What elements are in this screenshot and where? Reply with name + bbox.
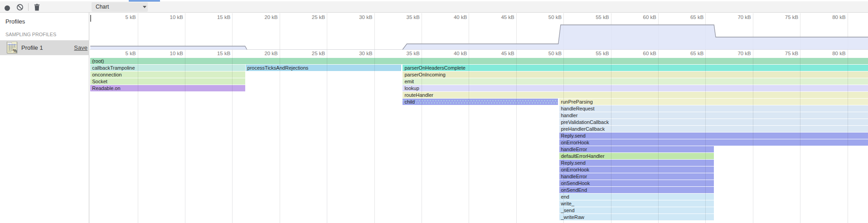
flame-bar-label: _writeRaw bbox=[561, 214, 584, 220]
flame-tick-label: 75 kB bbox=[766, 51, 798, 56]
overview-tick-label: 80 kB bbox=[814, 14, 846, 20]
flame-bar-label: callbackTrampoline bbox=[92, 65, 135, 71]
flame-bar[interactable]: Reply.send bbox=[559, 160, 714, 166]
flame-bar-label: Readable.on bbox=[92, 85, 120, 91]
flame-tick-label: 20 kB bbox=[246, 51, 278, 56]
flame-bar-label: onSendHook bbox=[561, 180, 590, 186]
view-mode-label: Chart bbox=[96, 4, 109, 10]
flame-bar[interactable]: preHandlerCallback bbox=[559, 126, 868, 132]
profile-icon: % bbox=[7, 42, 18, 56]
flame-bar-label: parserOnIncoming bbox=[404, 71, 446, 78]
flame-bar-label: preHandlerCallback bbox=[561, 126, 605, 132]
flame-bar-label: lookup bbox=[404, 85, 419, 91]
flame-tick-label: 40 kB bbox=[435, 51, 467, 56]
flame-gridline bbox=[705, 50, 706, 223]
flame-gridline bbox=[232, 50, 233, 223]
overview-tick-label: 25 kB bbox=[293, 14, 325, 20]
flame-bar[interactable]: Socket bbox=[90, 78, 245, 85]
flame-bar[interactable]: onErrorHook bbox=[559, 166, 714, 173]
flame-bar[interactable]: handleError bbox=[559, 146, 714, 152]
flame-bar-label: emit bbox=[404, 78, 414, 85]
flame-bar-label: parserOnHeadersComplete bbox=[404, 65, 466, 71]
flame-bar-label: handleRequest bbox=[561, 105, 595, 112]
overview-tick-label: 35 kB bbox=[388, 14, 420, 20]
flame-bar-label: runPreParsing bbox=[561, 99, 593, 105]
overview-tick-label: 30 kB bbox=[341, 14, 373, 20]
sidebar-title: Profiles bbox=[5, 18, 25, 25]
flame-bar[interactable]: handleRequest bbox=[559, 105, 868, 112]
flame-bar[interactable]: onSendEnd bbox=[559, 187, 714, 193]
clear-all-icon[interactable] bbox=[17, 4, 23, 12]
save-link[interactable]: Save bbox=[74, 44, 87, 51]
flame-bar[interactable]: Reply.send bbox=[559, 133, 868, 139]
overview-tick-label: 70 kB bbox=[719, 14, 751, 20]
flame-bar[interactable]: end bbox=[559, 194, 714, 200]
svg-text:%: % bbox=[13, 48, 17, 53]
flame-bar-label: Reply.send bbox=[561, 133, 586, 139]
flame-bar[interactable]: parserOnIncoming bbox=[402, 71, 868, 78]
flame-gridline bbox=[280, 50, 280, 223]
flame-bar[interactable]: onSendHook bbox=[559, 180, 714, 186]
flame-bar[interactable]: onconnection bbox=[90, 71, 245, 78]
flame-tick-label: 15 kB bbox=[199, 51, 230, 56]
overview-tick-label: 5 kB bbox=[104, 14, 136, 20]
flame-tick-label: 60 kB bbox=[625, 51, 656, 56]
flame-bar-label: routeHandler bbox=[404, 92, 433, 98]
flame-bar-label: preValidationCallback bbox=[561, 119, 609, 125]
flame-tick-label: 55 kB bbox=[577, 51, 609, 56]
flame-bar[interactable]: callbackTrampoline bbox=[90, 65, 245, 71]
flame-bar[interactable]: parserOnHeadersComplete bbox=[402, 65, 868, 71]
delete-profile-icon[interactable] bbox=[34, 4, 40, 13]
flame-gridline bbox=[753, 50, 753, 223]
overview-tick-label: 40 kB bbox=[435, 14, 467, 20]
flame-bar[interactable]: _writeRaw bbox=[559, 214, 714, 220]
flame-gridline bbox=[611, 50, 611, 223]
devtools-memory-panel: Chart Profiles SAMPLING PROFILES bbox=[0, 0, 868, 223]
flame-bar[interactable]: (root) bbox=[90, 58, 868, 64]
overview-tick-label: 45 kB bbox=[483, 14, 514, 20]
flame-gridline bbox=[658, 50, 659, 223]
flame-bar[interactable]: write_ bbox=[559, 200, 714, 207]
flame-bar-label: end bbox=[561, 194, 569, 200]
chevron-down-icon bbox=[143, 6, 146, 8]
flame-bar[interactable]: preValidationCallback bbox=[559, 119, 868, 125]
flame-bar[interactable]: lookup bbox=[402, 85, 868, 91]
flame-bar-label: defaultErrorHandler bbox=[561, 153, 605, 159]
flame-gridline bbox=[848, 50, 848, 223]
flame-bar[interactable]: routeHandler bbox=[402, 92, 868, 98]
flame-tick-label: 10 kB bbox=[151, 51, 183, 56]
flame-bar-label: onconnection bbox=[92, 71, 121, 78]
flame-bar[interactable]: handleError bbox=[559, 173, 714, 180]
flame-gridline bbox=[800, 50, 800, 223]
overview-tick-label: 10 kB bbox=[151, 14, 183, 20]
profile-name: Profile 1 bbox=[21, 44, 43, 51]
flame-bar[interactable]: handler bbox=[559, 112, 868, 119]
overview-tick-label: 60 kB bbox=[625, 14, 656, 20]
flame-bar[interactable]: runPreParsing bbox=[559, 99, 868, 105]
overview-tick-label: 15 kB bbox=[199, 14, 230, 20]
flame-bar[interactable]: _send bbox=[559, 207, 714, 214]
flame-gridline bbox=[327, 50, 327, 223]
sidebar-section-label: SAMPLING PROFILES bbox=[5, 32, 56, 37]
profiles-sidebar: Profiles SAMPLING PROFILES bbox=[0, 13, 89, 223]
flame-bar-label: handleError bbox=[561, 173, 587, 180]
view-mode-select[interactable]: Chart bbox=[92, 2, 148, 12]
flame-bar[interactable]: child bbox=[402, 99, 558, 105]
flame-bar-label: onErrorHook bbox=[561, 139, 589, 146]
flame-bar-label: Reply.send bbox=[561, 160, 586, 166]
flame-tick-label: 65 kB bbox=[672, 51, 703, 56]
flame-tick-label: 30 kB bbox=[341, 51, 373, 56]
profile-item[interactable]: % Profile 1 Save bbox=[0, 40, 89, 55]
flame-bar[interactable]: onErrorHook bbox=[559, 139, 868, 146]
flame-bar[interactable]: Readable.on bbox=[90, 85, 245, 91]
flame-bar[interactable]: defaultErrorHandler bbox=[559, 153, 714, 159]
overview-tick-label: 65 kB bbox=[672, 14, 703, 20]
flame-bar[interactable]: emit bbox=[402, 78, 868, 85]
overview-left-grip[interactable] bbox=[90, 15, 91, 22]
flame-tick-label: 50 kB bbox=[530, 51, 562, 56]
flame-bar[interactable]: processTicksAndRejections bbox=[246, 65, 402, 71]
flame-gridline bbox=[374, 50, 375, 223]
flame-tick-label: 35 kB bbox=[388, 51, 420, 56]
record-icon[interactable] bbox=[5, 5, 10, 13]
flame-bar-label: onErrorHook bbox=[561, 166, 589, 173]
